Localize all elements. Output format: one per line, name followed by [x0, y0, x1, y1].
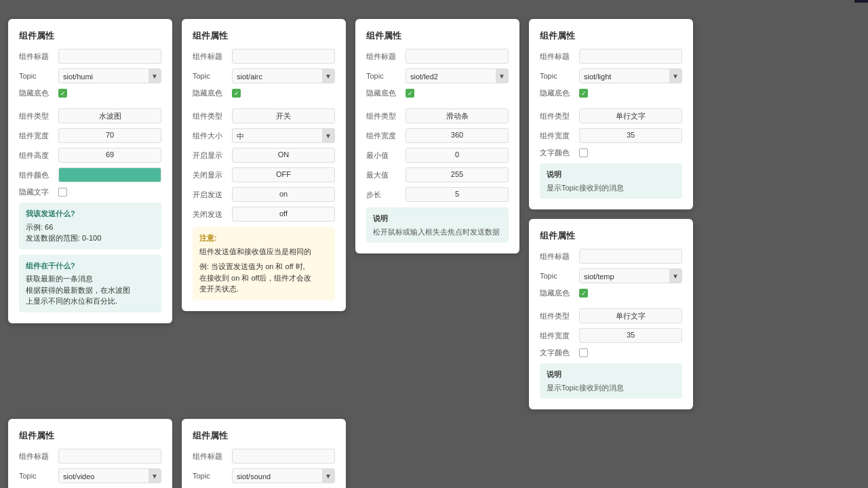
field-label: 组件标题 [193, 451, 228, 462]
property-card-card1: 组件属性组件标题Topicsiot/humi▼隐藏底色组件类型水波图组件宽度70… [8, 19, 172, 323]
color-picker[interactable] [58, 167, 161, 182]
field-row-5: 组件大小中▼ [193, 128, 335, 143]
desc-box: 说明显示Topic接收到的消息 [540, 163, 682, 199]
field-value: on [232, 187, 335, 202]
field-label: 组件类型 [540, 111, 575, 121]
field-row-5: 组件宽度35 [540, 128, 682, 143]
field-label: 步长 [366, 190, 401, 200]
field-value: 70 [58, 128, 161, 143]
column: 组件属性组件标题Topicsiot/video▼隐藏底色组件类型网络图片组件宽度… [8, 419, 172, 488]
field-label: Topic [193, 472, 228, 480]
field-row-4: 组件类型单行文字 [540, 108, 682, 123]
title-input[interactable] [232, 49, 335, 64]
checkbox[interactable] [579, 148, 588, 157]
divider [540, 103, 682, 108]
field-label: Topic [19, 72, 54, 80]
title-input[interactable] [232, 449, 335, 464]
dropdown-text: siot/led2 [406, 69, 496, 83]
field-label: 最大值 [366, 170, 401, 180]
field-label: Topic [366, 72, 401, 80]
field-label: 组件宽度 [366, 131, 401, 141]
desc-text: 显示Topic接收到的消息 [547, 182, 675, 194]
field-row-2: 隐藏底色 [540, 88, 682, 98]
field-value: 255 [406, 167, 509, 182]
title-input[interactable] [58, 49, 161, 64]
field-label: Topic [540, 72, 575, 80]
divider [193, 103, 335, 108]
chevron-down-icon[interactable]: ▼ [149, 469, 161, 483]
dropdown-text: siot/humi [59, 69, 149, 83]
dropdown[interactable]: siot/airc▼ [232, 68, 335, 83]
chevron-down-icon[interactable]: ▼ [322, 69, 334, 83]
info-box-0: 我该发送什么?示例: 66发送数据的范围: 0-100 [19, 203, 161, 249]
field-row-1: Topicsiot/led2▼ [366, 68, 509, 83]
chevron-down-icon[interactable]: ▼ [322, 129, 334, 142]
divider [19, 103, 161, 108]
note-text: 在接收到 on 和 off后，组件才会改 [199, 272, 328, 284]
field-row-1: Topicsiot/airc▼ [193, 68, 335, 83]
chevron-down-icon[interactable]: ▼ [149, 69, 161, 83]
field-row-6: 文字颜色 [540, 348, 682, 358]
info-box-1: 组件在干什么?获取最新的一条消息根据获得的最新数据，在水波图上显示不同的水位和百… [19, 255, 161, 312]
field-label: Topic [540, 272, 575, 280]
checkbox[interactable] [58, 89, 67, 98]
chevron-down-icon[interactable]: ▼ [669, 69, 682, 83]
field-row-2: 隐藏底色 [19, 88, 161, 98]
dropdown-text: 中 [233, 129, 322, 142]
field-label: 开启显示 [193, 150, 228, 161]
dropdown-text: siot/video [59, 469, 149, 483]
title-input[interactable] [579, 49, 682, 64]
note-title: 注意: [199, 232, 328, 244]
dropdown[interactable]: 中▼ [232, 128, 335, 143]
dropdown[interactable]: siot/light▼ [579, 68, 682, 83]
checkbox[interactable] [579, 289, 588, 298]
field-label: 组件大小 [193, 131, 228, 141]
card-title: 组件属性 [193, 30, 335, 42]
property-card-card5: 组件属性组件标题Topicsiot/video▼隐藏底色组件类型网络图片组件宽度… [8, 419, 172, 488]
checkbox[interactable] [579, 89, 588, 98]
dropdown[interactable]: siot/temp▼ [579, 268, 682, 283]
desc-title: 说明 [373, 213, 502, 224]
field-row-1: Topicsiot/sound▼ [193, 468, 335, 483]
dropdown[interactable]: siot/humi▼ [58, 68, 161, 83]
field-label: 组件标题 [19, 451, 54, 462]
canvas: 组件属性组件标题Topicsiot/humi▼隐藏底色组件类型水波图组件宽度70… [0, 0, 868, 488]
checkbox[interactable] [58, 188, 67, 197]
title-input[interactable] [58, 449, 161, 464]
field-value: 35 [579, 128, 682, 143]
info-text: 上显示不同的水位和百分比. [26, 296, 155, 307]
card-title: 组件属性 [193, 430, 335, 442]
checkbox[interactable] [232, 89, 241, 98]
field-row-5: 组件宽度35 [540, 328, 682, 343]
chevron-down-icon[interactable]: ▼ [496, 69, 508, 83]
field-row-0: 组件标题 [193, 449, 335, 464]
top-bar [854, 0, 868, 3]
info-text: 发送数据的范围: 0-100 [26, 232, 155, 244]
dropdown[interactable]: siot/video▼ [58, 468, 161, 483]
field-value: OFF [232, 167, 335, 182]
dropdown[interactable]: siot/sound▼ [232, 468, 335, 483]
note-text: 例: 当设置发送值为 on 和 off 时, [199, 261, 328, 272]
field-value: off [232, 207, 335, 222]
desc-box: 说明松开鼠标或输入框失去焦点时发送数据 [366, 207, 509, 243]
chevron-down-icon[interactable]: ▼ [669, 269, 682, 283]
field-label: 组件标题 [19, 52, 54, 62]
chevron-down-icon[interactable]: ▼ [322, 469, 334, 483]
checkbox[interactable] [406, 89, 414, 98]
field-row-6: 组件高度69 [19, 148, 161, 163]
field-label: 关闭显示 [193, 170, 228, 180]
field-label: 组件宽度 [19, 131, 54, 141]
field-row-2: 隐藏底色 [193, 88, 335, 98]
dropdown-text: siot/light [580, 69, 669, 83]
card-title: 组件属性 [540, 230, 682, 242]
card-title: 组件属性 [19, 430, 161, 442]
field-label: 隐藏底色 [193, 88, 228, 98]
dropdown[interactable]: siot/led2▼ [406, 68, 509, 83]
card-title: 组件属性 [366, 30, 509, 42]
field-row-7: 最大值255 [366, 167, 509, 182]
field-row-8: 步长5 [366, 187, 509, 202]
field-label: 关闭发送 [193, 209, 228, 220]
title-input[interactable] [579, 249, 682, 264]
checkbox[interactable] [579, 348, 588, 357]
title-input[interactable] [406, 49, 509, 64]
